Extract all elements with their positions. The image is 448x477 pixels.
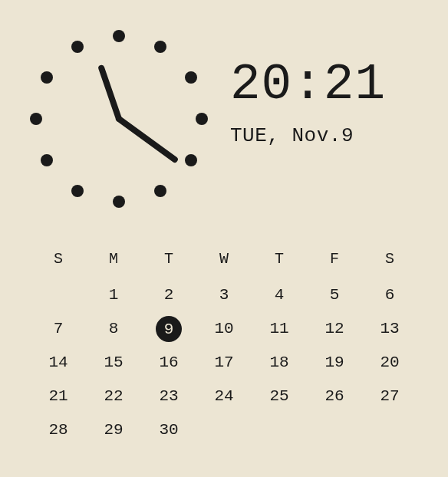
clock-hour-dot: [71, 185, 84, 197]
analog-clock: [23, 23, 215, 215]
calendar-day[interactable]: 7: [31, 312, 86, 346]
calendar-day-header: W: [196, 244, 252, 278]
clock-hour-dot: [113, 196, 125, 208]
clock-hour-hand: [97, 64, 123, 123]
calendar-day-header: F: [307, 244, 362, 278]
clock-hour-dot: [41, 71, 53, 84]
calendar-day-header: T: [141, 244, 196, 278]
calendar-day[interactable]: 29: [86, 413, 141, 447]
calendar-day[interactable]: 21: [31, 380, 86, 413]
digital-time: 20:21: [230, 60, 420, 110]
calendar-day-header: T: [252, 244, 307, 278]
calendar-day[interactable]: 17: [196, 346, 252, 380]
calendar-day[interactable]: 13: [362, 312, 417, 346]
calendar-day[interactable]: 8: [86, 312, 141, 346]
calendar-day-header: M: [86, 244, 141, 278]
calendar-day[interactable]: 10: [196, 312, 252, 346]
calendar-day[interactable]: 6: [362, 278, 417, 312]
calendar-day[interactable]: 15: [86, 346, 141, 380]
calendar-day: [252, 413, 307, 447]
calendar-day-header: S: [31, 244, 86, 278]
clock-hour-dot: [113, 30, 125, 42]
clock-hour-dot: [185, 71, 197, 84]
calendar-day[interactable]: 22: [86, 380, 141, 413]
calendar-day[interactable]: 14: [31, 346, 86, 380]
clock-hour-dot: [154, 185, 166, 197]
clock-hour-dot: [154, 41, 166, 53]
calendar-day[interactable]: 26: [307, 380, 362, 413]
calendar-day[interactable]: 18: [252, 346, 307, 380]
calendar-day: [31, 278, 86, 312]
calendar-day[interactable]: 25: [252, 380, 307, 413]
calendar-day: [362, 413, 417, 447]
calendar-day[interactable]: 27: [362, 380, 417, 413]
calendar-day[interactable]: 1: [86, 278, 141, 312]
calendar-day[interactable]: 2: [141, 278, 196, 312]
calendar-day[interactable]: 3: [196, 278, 252, 312]
calendar-day[interactable]: 12: [307, 312, 362, 346]
calendar-day[interactable]: 19: [307, 346, 362, 380]
calendar-day[interactable]: 5: [307, 278, 362, 312]
calendar-day[interactable]: 20: [362, 346, 417, 380]
clock-minute-hand: [114, 114, 179, 163]
calendar: SMTWTFS123456789101112131415161718192021…: [0, 222, 448, 447]
calendar-day[interactable]: 30: [141, 413, 196, 447]
calendar-day[interactable]: 24: [196, 380, 252, 413]
calendar-day-today[interactable]: 9: [141, 312, 196, 346]
calendar-day: [307, 413, 362, 447]
clock-hour-dot: [71, 41, 84, 53]
calendar-day-header: S: [362, 244, 417, 278]
clock-hour-dot: [41, 154, 53, 166]
date-label: TUE, Nov.9: [230, 124, 420, 147]
calendar-day[interactable]: 4: [252, 278, 307, 312]
calendar-day[interactable]: 16: [141, 346, 196, 380]
clock-hour-dot: [196, 113, 208, 125]
calendar-day: [196, 413, 252, 447]
clock-hour-dot: [185, 154, 197, 166]
calendar-day[interactable]: 11: [252, 312, 307, 346]
clock-hour-dot: [30, 113, 42, 125]
calendar-day[interactable]: 28: [31, 413, 86, 447]
calendar-day[interactable]: 23: [141, 380, 196, 413]
